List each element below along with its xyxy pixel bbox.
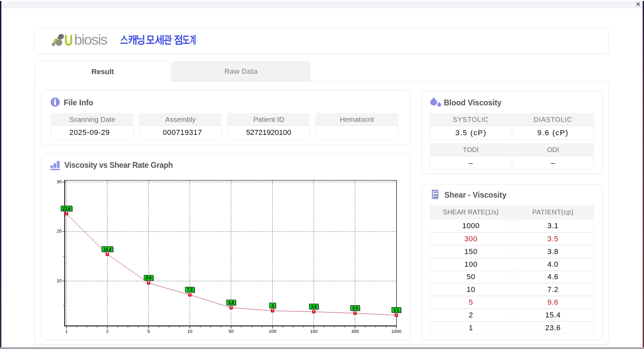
svg-text:10: 10	[57, 278, 62, 283]
svg-text:3.8: 3.8	[311, 304, 317, 309]
svg-text:23.6: 23.6	[63, 206, 71, 211]
svg-text:9.6: 9.6	[146, 276, 152, 280]
svg-text:20: 20	[57, 229, 62, 234]
svg-text:10: 10	[187, 329, 192, 334]
svg-text:1000: 1000	[391, 329, 401, 334]
svg-text:100: 100	[269, 329, 276, 334]
svg-text:15.4: 15.4	[103, 247, 111, 252]
svg-text:4: 4	[271, 303, 274, 308]
svg-text:150: 150	[310, 329, 318, 334]
svg-text:2: 2	[106, 329, 109, 334]
svg-text:7.2: 7.2	[187, 287, 193, 292]
svg-text:1: 1	[65, 329, 68, 334]
svg-text:300: 300	[351, 329, 359, 334]
svg-text:50: 50	[228, 329, 233, 334]
svg-text:4.6: 4.6	[228, 300, 234, 305]
svg-text:5: 5	[147, 329, 150, 334]
svg-text:3.1: 3.1	[393, 308, 399, 312]
svg-text:30: 30	[57, 179, 62, 184]
svg-text:3.5: 3.5	[352, 306, 358, 310]
